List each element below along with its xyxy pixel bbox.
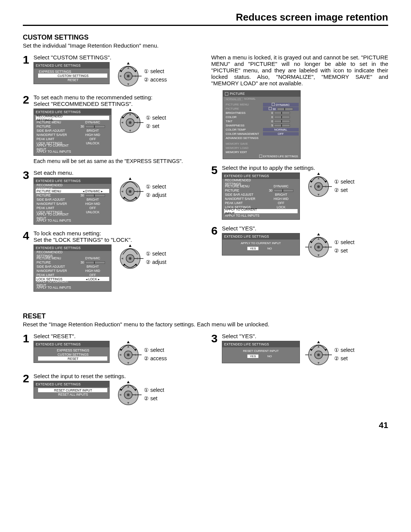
osd-item-label: APPLY TO ALL INPUTS: [36, 150, 76, 153]
osd-title: EXTENDED LIFE SETTINGS: [34, 381, 109, 387]
osd-item-value: LOCK: [264, 205, 298, 209]
osd-menu-custom: EXTENDED LIFE SETTINGS RECOMMENDED SETTI…: [33, 177, 112, 225]
osd-item-value: BRIGHT: [264, 193, 298, 197]
osd-item-value: HIGH MID: [264, 197, 298, 201]
osd-item-value: HIGH MID: [76, 133, 109, 137]
step-text: Select "YES".: [222, 225, 388, 232]
osd-item-label: PEAK LIMIT: [36, 206, 76, 210]
osd-item-label: NANODRIFT SAVER: [36, 202, 76, 206]
osd-item-label: PEAK LIMIT: [36, 137, 76, 141]
dial-label: ② adjust: [146, 191, 166, 199]
osd-item: CUSTOM SETTINGS: [38, 353, 107, 356]
slider-icon: [85, 261, 105, 264]
slider-icon: [277, 108, 293, 110]
osd-label: ADVANCED SETTINGS: [225, 136, 263, 140]
dial-label: ② adjust: [146, 258, 166, 266]
osd-label: COLOR: [225, 115, 263, 119]
slider-icon: [85, 125, 105, 128]
osd-item-value: HIGH MID: [76, 269, 109, 273]
osd-label: BRIGHTNESS: [225, 111, 263, 115]
osd-footer: EXTENDED LIFE SETTINGS: [263, 155, 298, 158]
osd-label: TINT: [225, 120, 263, 123]
osd-title: EXTENDED LIFE SETTINGS: [34, 341, 109, 347]
page-number: 41: [23, 420, 388, 430]
reset-heading: RESET: [23, 312, 388, 320]
step-text: Select "CUSTOM SETTINGS".: [33, 54, 200, 61]
osd-item-selected: RESET: [38, 357, 107, 361]
reset-step-2: 2 Select the input to reset the settings…: [23, 373, 200, 407]
step-text: Select the input to apply the settings.: [222, 165, 388, 171]
slider-icon: [274, 189, 293, 192]
osd-item-label: PICTURE MENU: [36, 120, 76, 124]
dial-label: ② set: [144, 394, 164, 403]
reset-intro: Reset the "Image Retention Reduction" me…: [23, 321, 388, 328]
step-text: To lock each menu setting:: [33, 230, 200, 236]
dial-icon: [117, 109, 143, 135]
slider-icon: [274, 124, 290, 127]
dial-icon: [115, 341, 142, 367]
osd-item-value: HIGH MID: [76, 202, 109, 206]
step-6: 6 Select "YES". EXTENDED LIFE SETTINGS A…: [211, 225, 388, 260]
dial-icon: [305, 341, 332, 367]
osd-item-label: NANODRIFT SAVER: [224, 197, 264, 201]
osd-item-value: UNLOCK: [76, 141, 109, 145]
osd-value: 0: [263, 111, 299, 115]
dial-icon: [305, 173, 332, 199]
dial-label: ① select: [334, 346, 354, 354]
osd-picture-menu: PICTURE NORMALIZENORMAL PICTURE MENU DYN…: [223, 90, 301, 159]
step-number: 6: [211, 225, 221, 260]
osd-menu-els-main: EXTENDED LIFE SETTINGS EXPRESS SETTINGS …: [33, 341, 110, 363]
osd-item: EXPRESS SETTINGS: [38, 348, 107, 352]
osd-item-label: SIDE BAR ADJUST: [36, 198, 76, 201]
page-title: Reduces screen image retention: [23, 11, 388, 26]
osd-item-value: OFF: [76, 273, 109, 277]
osd-item-label: APPLY TO ALL INPUTS: [36, 219, 76, 222]
no-button: NO: [265, 355, 274, 358]
osd-item-value: DYNAMIC: [264, 184, 298, 188]
step-number: 4: [23, 230, 33, 292]
step-2: 2 To set each menu to the recommended se…: [23, 94, 200, 164]
step-text: Select "YES".: [222, 333, 388, 339]
osd-label: PICTURE: [225, 107, 263, 110]
osd-title: EXTENDED LIFE SETTINGS: [34, 62, 109, 69]
osd-item-value: DYNAMIC: [76, 120, 109, 124]
osd-item-label: APPLY TO ALL INPUTS: [36, 286, 76, 289]
step-text: Select "RECOMMENDED SETTINGS".: [33, 101, 200, 107]
dial-label: ① select: [334, 177, 354, 186]
osd-title: EXTENDED LIFE SETTINGS: [222, 341, 299, 347]
osd-menu-els-main: EXTENDED LIFE SETTINGS EXPRESS SETTINGS …: [33, 62, 110, 84]
step-number: 2: [23, 94, 33, 164]
slider-icon: [274, 120, 290, 123]
dial-icon: [115, 62, 142, 89]
osd-value: 30: [263, 107, 299, 111]
custom-settings-intro: Set the individual "Image Retention Redu…: [23, 42, 388, 49]
step-3: 3 Set each menu. EXTENDED LIFE SETTINGS …: [23, 169, 200, 225]
osd-label: COLOR TEMP: [225, 128, 263, 131]
dial-icon: [305, 233, 332, 260]
slider-icon: [85, 194, 105, 197]
yes-button: YES: [247, 247, 258, 250]
osd-value: OFF: [263, 132, 299, 136]
step-number: 3: [23, 169, 33, 225]
dial-label: ① select: [146, 249, 166, 258]
osd-item-value: 30: [76, 193, 109, 197]
osd-item-selected: RESET CURRENT INPUT: [38, 388, 107, 392]
osd-item-value: DYNAMIC: [76, 256, 109, 260]
reset-step-1: 1 Select "RESET". EXTENDED LIFE SETTINGS…: [23, 333, 200, 367]
osd-item-value: 30: [76, 125, 109, 128]
lock-icon: [272, 103, 275, 106]
osd-title: PICTURE: [230, 92, 245, 96]
osd-item-value: ◄LOCK►: [76, 277, 109, 281]
osd-item-label: PICTURE: [36, 125, 76, 128]
osd-item-label: PICTURE: [36, 193, 76, 197]
dial-icon: [115, 381, 142, 407]
osd-label: MEMORY SAVE: [225, 142, 263, 145]
osd-label: PICTURE MENU: [225, 103, 263, 106]
dial-label: ② access: [144, 354, 167, 363]
osd-item-value: UNLOCK: [76, 210, 109, 214]
custom-settings-heading: CUSTOM SETTINGS: [23, 34, 388, 42]
dial-icon: [117, 177, 143, 204]
step-4: 4 To lock each menu setting: Set the "LO…: [23, 230, 200, 292]
step-text: Select "RESET".: [33, 333, 200, 339]
normalize-label: NORMALIZE: [224, 97, 243, 101]
